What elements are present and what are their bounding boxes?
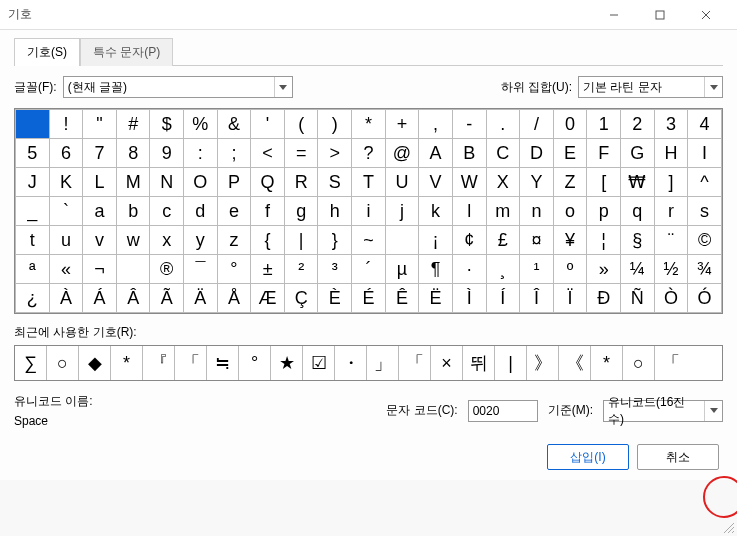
char-cell[interactable]: i	[352, 197, 386, 226]
char-cell[interactable]: Z	[553, 168, 587, 197]
char-cell[interactable]: !	[49, 110, 83, 139]
char-cell[interactable]: t	[16, 226, 50, 255]
char-cell[interactable]: 3	[654, 110, 688, 139]
close-button[interactable]	[683, 0, 729, 30]
char-cell[interactable]: r	[654, 197, 688, 226]
recent-char-cell[interactable]: 「	[399, 346, 431, 380]
char-cell[interactable]: ^	[688, 168, 722, 197]
maximize-button[interactable]	[637, 0, 683, 30]
char-cell[interactable]: V	[419, 168, 453, 197]
char-cell[interactable]: Y	[520, 168, 554, 197]
cancel-button[interactable]: 취소	[637, 444, 719, 470]
char-cell[interactable]: :	[184, 139, 218, 168]
char-cell[interactable]: Ã	[150, 284, 184, 313]
char-cell[interactable]: c	[150, 197, 184, 226]
char-cell[interactable]: «	[49, 255, 83, 284]
char-cell[interactable]: ¸	[486, 255, 520, 284]
char-cell[interactable]: º	[553, 255, 587, 284]
char-cell[interactable]: }	[318, 226, 352, 255]
char-cell[interactable]: m	[486, 197, 520, 226]
char-cell[interactable]: ²	[284, 255, 318, 284]
char-cell[interactable]: Î	[520, 284, 554, 313]
char-cell[interactable]: h	[318, 197, 352, 226]
recent-char-cell[interactable]: 》	[527, 346, 559, 380]
char-cell[interactable]: +	[385, 110, 419, 139]
char-code-input[interactable]: 0020	[468, 400, 538, 422]
char-cell[interactable]: T	[352, 168, 386, 197]
char-cell[interactable]: ¥	[553, 226, 587, 255]
char-cell[interactable]: ¿	[16, 284, 50, 313]
char-cell[interactable]: 5	[16, 139, 50, 168]
char-cell[interactable]: F	[587, 139, 621, 168]
char-cell[interactable]: ­	[116, 255, 150, 284]
char-cell[interactable]: ¶	[419, 255, 453, 284]
char-cell[interactable]: >	[318, 139, 352, 168]
char-cell[interactable]: ₩	[620, 168, 654, 197]
char-cell[interactable]: K	[49, 168, 83, 197]
char-cell[interactable]: R	[284, 168, 318, 197]
recent-char-cell[interactable]: 『	[143, 346, 175, 380]
char-cell[interactable]: »	[587, 255, 621, 284]
char-cell[interactable]: Ì	[452, 284, 486, 313]
char-cell[interactable]: y	[184, 226, 218, 255]
char-cell[interactable]: '	[251, 110, 285, 139]
char-cell[interactable]: N	[150, 168, 184, 197]
char-cell[interactable]: ¦	[587, 226, 621, 255]
char-cell[interactable]: Æ	[251, 284, 285, 313]
char-cell[interactable]: Ñ	[620, 284, 654, 313]
recent-char-cell[interactable]: 」	[367, 346, 399, 380]
char-cell[interactable]: ®	[150, 255, 184, 284]
char-cell[interactable]: p	[587, 197, 621, 226]
resize-grip[interactable]	[721, 520, 735, 534]
char-cell[interactable]: |	[284, 226, 318, 255]
char-cell[interactable]: E	[553, 139, 587, 168]
char-cell[interactable]: Ç	[284, 284, 318, 313]
char-cell[interactable]: $	[150, 110, 184, 139]
char-cell[interactable]: 1	[587, 110, 621, 139]
char-cell[interactable]: <	[251, 139, 285, 168]
char-cell[interactable]: d	[184, 197, 218, 226]
char-cell[interactable]: M	[116, 168, 150, 197]
char-cell[interactable]: ¢	[452, 226, 486, 255]
char-cell[interactable]: Å	[217, 284, 251, 313]
char-cell[interactable]: /	[520, 110, 554, 139]
char-cell[interactable]: O	[184, 168, 218, 197]
char-cell[interactable]: .	[486, 110, 520, 139]
char-cell[interactable]: J	[16, 168, 50, 197]
chevron-down-icon[interactable]	[274, 77, 292, 97]
char-cell[interactable]: Ó	[688, 284, 722, 313]
char-cell[interactable]: ¡	[419, 226, 453, 255]
recent-char-cell[interactable]: ×	[431, 346, 463, 380]
char-cell[interactable]: ©	[688, 226, 722, 255]
recent-char-cell[interactable]: 「	[175, 346, 207, 380]
standard-combo[interactable]: 유니코드(16진수)	[603, 400, 723, 422]
char-cell[interactable]: 0	[553, 110, 587, 139]
char-cell[interactable]: Q	[251, 168, 285, 197]
recent-char-cell[interactable]: ◆	[79, 346, 111, 380]
char-cell[interactable]: s	[688, 197, 722, 226]
char-cell[interactable]: ¾	[688, 255, 722, 284]
char-cell[interactable]: x	[150, 226, 184, 255]
char-cell[interactable]: j	[385, 197, 419, 226]
char-cell[interactable]	[385, 226, 419, 255]
recent-char-cell[interactable]: ★	[271, 346, 303, 380]
chevron-down-icon[interactable]	[704, 77, 722, 97]
char-cell[interactable]: ?	[352, 139, 386, 168]
char-cell[interactable]: `	[49, 197, 83, 226]
recent-char-cell[interactable]: *	[111, 346, 143, 380]
recent-char-cell[interactable]: 뛰	[463, 346, 495, 380]
char-cell[interactable]: &	[217, 110, 251, 139]
char-cell[interactable]: Ï	[553, 284, 587, 313]
char-cell[interactable]: %	[184, 110, 218, 139]
char-cell[interactable]: 6	[49, 139, 83, 168]
tab-symbols[interactable]: 기호(S)	[14, 38, 80, 66]
char-cell[interactable]: q	[620, 197, 654, 226]
recent-char-cell[interactable]: 「	[655, 346, 687, 380]
char-cell[interactable]: 4	[688, 110, 722, 139]
char-cell[interactable]: g	[284, 197, 318, 226]
char-cell[interactable]: #	[116, 110, 150, 139]
char-cell[interactable]: Â	[116, 284, 150, 313]
char-cell[interactable]: H	[654, 139, 688, 168]
char-cell[interactable]: ¯	[184, 255, 218, 284]
tab-special[interactable]: 특수 문자(P)	[80, 38, 173, 66]
